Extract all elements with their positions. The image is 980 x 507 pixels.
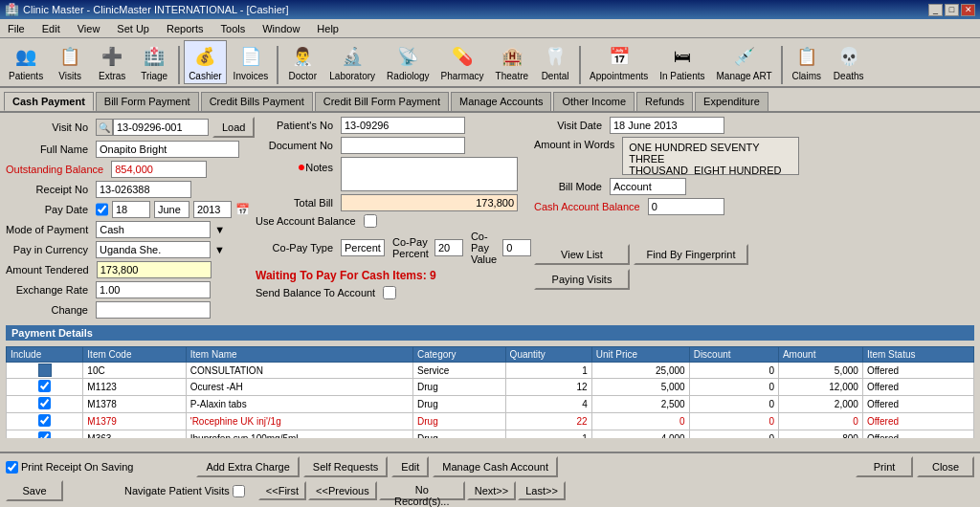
close-button2[interactable]: Close <box>917 456 974 477</box>
pay-currency-select[interactable]: Uganda She. <box>96 241 211 258</box>
toolbar-patients[interactable]: 👥 Patients <box>4 40 48 84</box>
toolbar-visits[interactable]: 📋 Visits <box>50 40 90 84</box>
toolbar-doctor[interactable]: 👨‍⚕️ Doctor <box>282 40 323 84</box>
self-requests-button[interactable]: Self Requests <box>303 456 388 477</box>
menu-window[interactable]: Window <box>258 22 303 35</box>
first-button[interactable]: <<First <box>258 481 306 500</box>
maximize-button[interactable]: □ <box>945 4 959 16</box>
close-button[interactable]: ✕ <box>961 4 975 16</box>
include-cell[interactable] <box>7 413 83 430</box>
menu-setup[interactable]: Set Up <box>113 22 153 35</box>
toolbar-radiology[interactable]: 📡 Radiology <box>382 40 434 84</box>
toolbar-inpatients[interactable]: 🛏 In Patients <box>655 40 709 84</box>
use-account-balance-checkbox[interactable] <box>364 214 377 228</box>
add-extra-charge-button[interactable]: Add Extra Charge <box>196 456 299 477</box>
tab-credit-bill-form[interactable]: Credit Bill Form Payment <box>315 92 449 111</box>
pay-date-day[interactable] <box>112 201 150 218</box>
toolbar-cashier[interactable]: 💰 Cashier <box>184 40 226 84</box>
discount-cell: 0 <box>689 413 778 430</box>
amount-tendered-input[interactable] <box>97 261 212 278</box>
copay-type-select[interactable]: Percent <box>341 239 385 256</box>
navigate-visits-label[interactable]: Navigate Patient Visits <box>124 485 245 497</box>
toolbar-laboratory[interactable]: 🔬 Laboratory <box>324 40 380 84</box>
include-cell[interactable] <box>7 363 83 379</box>
status-cell: Offered <box>862 396 973 413</box>
pay-date-year[interactable] <box>193 201 232 218</box>
copay-percent-input[interactable] <box>434 239 463 256</box>
waiting-text: Waiting To Pay For Cash Items: 9 <box>256 269 436 282</box>
notes-textarea[interactable] <box>341 157 518 191</box>
manage-cash-account-button[interactable]: Manage Cash Account <box>433 456 558 477</box>
toolbar: 👥 Patients 📋 Visits ➕ Extras 🏥 Triage 💰 … <box>0 38 980 88</box>
include-cell[interactable] <box>7 379 83 396</box>
pay-date-month[interactable]: June <box>154 201 189 218</box>
toolbar-triage[interactable]: 🏥 Triage <box>134 40 174 84</box>
edit-button[interactable]: Edit <box>391 456 429 477</box>
amount-words-textarea: ONE HUNDRED SEVENTY THREE THOUSAND EIGHT… <box>622 137 799 175</box>
discount-cell: 0 <box>689 430 778 439</box>
previous-button[interactable]: <<Previous <box>308 481 377 500</box>
menu-edit[interactable]: Edit <box>38 22 64 35</box>
visit-no-search-icon[interactable]: 🔍 <box>96 119 113 136</box>
no-record-button[interactable]: No Record(s)... <box>379 481 465 500</box>
right-column: Visit Date Amount in Words ONE HUNDRED S… <box>534 117 974 321</box>
visit-date-row: Visit Date <box>534 117 974 134</box>
claims-icon: 📋 <box>793 43 820 70</box>
document-no-input[interactable] <box>341 137 465 154</box>
tab-expenditure[interactable]: Expenditure <box>695 92 768 111</box>
tab-cash-payment[interactable]: Cash Payment <box>4 92 94 111</box>
toolbar-appointments[interactable]: 📅 Appointments <box>585 40 653 84</box>
category-cell: Drug <box>413 430 506 439</box>
view-list-button[interactable]: View List <box>534 244 630 265</box>
qty-cell: 4 <box>505 396 591 413</box>
include-cell[interactable] <box>7 430 83 439</box>
toolbar-theatre[interactable]: 🏨 Theatre <box>491 40 533 84</box>
document-no-label: Document No <box>256 140 337 151</box>
tab-credit-bills[interactable]: Credit Bills Payment <box>201 92 313 111</box>
laboratory-icon: 🔬 <box>339 43 366 70</box>
menu-reports[interactable]: Reports <box>163 22 208 35</box>
qty-cell: 1 <box>505 363 591 379</box>
visit-no-label: Visit No <box>6 121 92 133</box>
toolbar-invoices[interactable]: 📄 Invoices <box>229 40 274 84</box>
item-name-cell: Ibuprofen syp 100mg/5ml <box>186 430 412 439</box>
tab-bill-form-payment[interactable]: Bill Form Payment <box>96 92 199 111</box>
full-name-label: Full Name <box>6 143 92 155</box>
toolbar-pharmacy[interactable]: 💊 Pharmacy <box>436 40 489 84</box>
print-receipt-checkbox[interactable] <box>6 461 18 474</box>
print-button[interactable]: Print <box>856 456 913 477</box>
col-include: Include <box>7 347 83 363</box>
paying-visits-button[interactable]: Paying Visits <box>534 269 630 290</box>
next-button[interactable]: Next>> <box>467 481 516 500</box>
find-fingerprint-button[interactable]: Find By Fingerprint <box>634 244 748 265</box>
mode-payment-dropdown-icon: ▼ <box>214 224 225 235</box>
mode-payment-select[interactable]: Cash <box>96 221 211 238</box>
toolbar-dental[interactable]: 🦷 Dental <box>535 40 575 84</box>
toolbar-manageart[interactable]: 💉 Manage ART <box>712 40 777 84</box>
print-receipt-label[interactable]: Print Receipt On Saving <box>6 461 133 474</box>
calendar-icon[interactable]: 📅 <box>235 203 250 216</box>
menu-view[interactable]: View <box>74 22 104 35</box>
menu-tools[interactable]: Tools <box>217 22 250 35</box>
menu-file[interactable]: File <box>4 22 29 35</box>
include-cell[interactable] <box>7 396 83 413</box>
tab-other-income[interactable]: Other Income <box>553 92 635 111</box>
save-button[interactable]: Save <box>6 480 63 501</box>
pay-date-checkbox[interactable] <box>96 203 108 216</box>
send-balance-checkbox[interactable] <box>383 286 396 299</box>
minimize-button[interactable]: _ <box>928 4 943 16</box>
last-button[interactable]: Last>> <box>518 481 566 500</box>
toolbar-claims[interactable]: 📋 Claims <box>787 40 827 84</box>
exchange-rate-input[interactable] <box>96 281 211 298</box>
menu-help[interactable]: Help <box>313 22 343 35</box>
outstanding-balance-label: Outstanding Balance <box>6 164 107 175</box>
load-button[interactable]: Load <box>212 117 255 138</box>
toolbar-extras[interactable]: ➕ Extras <box>92 40 132 84</box>
title-buttons[interactable]: _ □ ✕ <box>928 4 975 16</box>
tab-manage-accounts[interactable]: Manage Accounts <box>451 92 551 111</box>
visit-no-input[interactable] <box>113 119 209 136</box>
visit-no-input-group: 🔍 <box>96 119 209 136</box>
navigate-visits-checkbox[interactable] <box>233 485 245 497</box>
toolbar-deaths[interactable]: 💀 Deaths <box>829 40 869 84</box>
tab-refunds[interactable]: Refunds <box>636 92 693 111</box>
